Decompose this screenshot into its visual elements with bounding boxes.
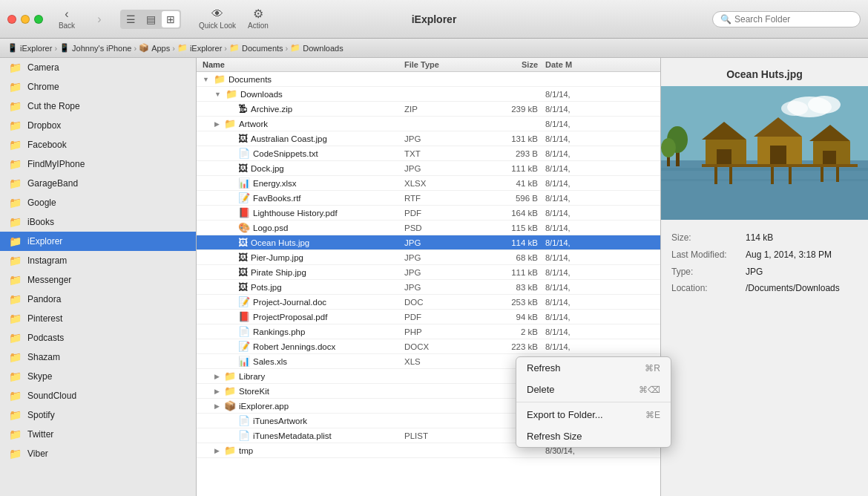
table-row[interactable]: 📕ProjectProposal.pdfPDF94 kB8/1/14,: [197, 310, 660, 324]
table-row[interactable]: 🖼Pier-Jump.jpgJPG68 kB8/1/14,: [197, 250, 660, 265]
file-size-cell: 2 kB: [479, 327, 545, 336]
preview-image: [661, 86, 868, 220]
sidebar-item-skype[interactable]: 📁Skype: [0, 367, 196, 386]
file-date-cell: 8/1/14,: [545, 238, 660, 247]
table-row[interactable]: 🖼Pots.jpgJPG83 kB8/1/14,: [197, 280, 660, 295]
column-view-button[interactable]: ▤: [142, 11, 160, 27]
sidebar-item-shazam[interactable]: 📁Shazam: [0, 347, 196, 367]
nav-buttons: ‹ Back ›: [52, 5, 114, 33]
file-date-cell: 8/1/14,: [545, 90, 660, 99]
table-row[interactable]: 📝FavBooks.rtfRTF596 B8/1/14,: [197, 191, 660, 206]
sidebar-item-facebook[interactable]: 📁Facebook: [0, 135, 196, 154]
table-row[interactable]: 📕Lighthouse History.pdfPDF164 kB8/1/14,: [197, 206, 660, 221]
table-row[interactable]: 📊Energy.xlsxXLSX41 kB8/1/14,: [197, 176, 660, 191]
breadcrumb-documents[interactable]: 📁Documents: [229, 43, 283, 53]
close-button[interactable]: [7, 15, 16, 24]
sidebar-item-viber[interactable]: 📁Viber: [0, 444, 196, 463]
file-date-cell: 8/1/14,: [545, 164, 660, 173]
action-button[interactable]: ⚙ Action: [242, 5, 274, 33]
file-size-cell: 41 kB: [479, 179, 545, 188]
folder-icon: 📁: [9, 158, 22, 170]
sidebar-item-soundcloud[interactable]: 📁SoundCloud: [0, 386, 196, 405]
table-row[interactable]: 📄CodeSnippets.txtTXT293 B8/1/14,: [197, 146, 660, 161]
quicklook-button[interactable]: 👁 Quick Look: [193, 5, 242, 33]
forward-button[interactable]: ›: [85, 10, 114, 28]
expand-arrow[interactable]: ▶: [214, 388, 220, 395]
sidebar-item-dropbox[interactable]: 📁Dropbox: [0, 116, 196, 135]
sidebar-item-cut-the-rope[interactable]: 📁Cut the Rope: [0, 97, 196, 116]
table-row[interactable]: 📝Robert Jennings.docxDOCX223 kB8/1/14,: [197, 339, 660, 354]
sidebar-item-chrome[interactable]: 📁Chrome: [0, 77, 196, 97]
sidebar-item-garageband[interactable]: 📁GarageBand: [0, 174, 196, 193]
table-row[interactable]: ▼📁Downloads8/1/14,: [197, 87, 660, 102]
table-row[interactable]: 🖼Australian Coast.jpgJPG131 kB8/1/14,: [197, 131, 660, 146]
breadcrumb-apps[interactable]: 📦Apps: [139, 43, 170, 53]
table-row[interactable]: 🖼Pirate Ship.jpgJPG111 kB8/1/14,: [197, 265, 660, 280]
sidebar-label: Pandora: [27, 294, 61, 304]
expand-arrow[interactable]: ▼: [203, 76, 209, 83]
context-menu-item-delete[interactable]: Delete⌘⌫: [516, 379, 671, 400]
back-button[interactable]: ‹ Back: [52, 5, 82, 33]
file-type-icon: 📁: [224, 371, 236, 382]
breadcrumb-iexplorer2[interactable]: 📁iExplorer: [177, 43, 222, 53]
file-name: Archive.zip: [251, 105, 292, 114]
context-menu-item-export-to-folder[interactable]: Export to Folder...⌘E: [516, 404, 671, 425]
context-menu-item-refresh[interactable]: Refresh⌘R: [516, 357, 671, 379]
table-row[interactable]: 📄Rankings.phpPHP2 kB8/1/14,: [197, 324, 660, 339]
sidebar-item-findmyiphone[interactable]: 📁FindMyIPhone: [0, 154, 196, 174]
sidebar-item-ibooks[interactable]: 📁iBooks: [0, 212, 196, 232]
breadcrumb-iphone[interactable]: 📱Johnny's iPhone: [59, 43, 131, 53]
sidebar-item-iexplorer[interactable]: 📁iExplorer: [0, 232, 196, 251]
sidebar-item-podcasts[interactable]: 📁Podcasts: [0, 328, 196, 347]
column-headers: Name File Type Size Date M: [197, 58, 660, 72]
file-name: Logo.psd: [253, 223, 288, 232]
search-input[interactable]: [734, 14, 852, 25]
expand-arrow[interactable]: ▶: [214, 447, 220, 454]
folder-icon: 📁: [9, 390, 22, 402]
breadcrumb-iexplorer[interactable]: 📱iExplorer: [7, 43, 52, 53]
file-type-icon: 🖼: [238, 237, 248, 248]
context-menu-item-refresh-size[interactable]: Refresh Size: [516, 425, 671, 447]
expand-arrow[interactable]: ▶: [214, 373, 220, 380]
table-row[interactable]: 🖼Dock.jpgJPG111 kB8/1/14,: [197, 161, 660, 176]
traffic-lights: [7, 15, 43, 24]
sidebar-item-messenger[interactable]: 📁Messenger: [0, 270, 196, 290]
sidebar-item-instagram[interactable]: 📁Instagram: [0, 251, 196, 270]
file-type-cell: JPG: [404, 283, 479, 292]
file-type-icon: 📄: [238, 415, 250, 426]
table-row[interactable]: 📝Project-Journal.docDOC253 kB8/1/14,: [197, 295, 660, 310]
sidebar-item-pandora[interactable]: 📁Pandora: [0, 290, 196, 309]
sidebar-item-camera[interactable]: 📁Camera: [0, 58, 196, 77]
table-row[interactable]: 🎨Logo.psdPSD115 kB8/1/14,: [197, 221, 660, 235]
sidebar-item-spotify[interactable]: 📁Spotify: [0, 405, 196, 425]
table-row[interactable]: ▶📁Artwork8/1/14,: [197, 117, 660, 131]
type-value: JPG: [746, 266, 763, 278]
search-box[interactable]: 🔍: [712, 11, 861, 27]
file-size-cell: 68 kB: [479, 253, 545, 262]
file-type-cell: JPG: [404, 164, 479, 173]
expand-arrow[interactable]: ▶: [214, 402, 220, 410]
file-type-icon: 📕: [238, 207, 250, 218]
maximize-button[interactable]: [34, 15, 43, 24]
table-row[interactable]: 🖼Ocean Huts.jpgJPG114 kB8/1/14,: [197, 235, 660, 250]
sidebar-item-google[interactable]: 📁Google: [0, 193, 196, 212]
file-name: iTunesMetadata.plist: [253, 431, 332, 440]
icon-view-button[interactable]: ⊞: [162, 11, 180, 27]
svg-rect-6: [717, 149, 731, 166]
location-label: Location:: [671, 282, 746, 295]
breadcrumb-downloads[interactable]: 📁Downloads: [290, 43, 343, 53]
location-value: /Documents/Downloads: [746, 282, 840, 295]
minimize-button[interactable]: [21, 15, 30, 24]
file-type-cell: JPG: [404, 268, 479, 277]
file-type-cell: PSD: [404, 223, 479, 232]
svg-point-25: [808, 96, 841, 114]
sidebar-item-pinterest[interactable]: 📁Pinterest: [0, 309, 196, 328]
expand-arrow[interactable]: ▼: [214, 91, 221, 98]
table-row[interactable]: 🗜Archive.zipZIP239 kB8/1/14,: [197, 102, 660, 117]
ctx-shortcut: ⌘R: [645, 363, 660, 373]
list-view-button[interactable]: ☰: [122, 11, 140, 27]
expand-arrow[interactable]: ▶: [214, 120, 220, 128]
sidebar-item-twitter[interactable]: 📁Twitter: [0, 425, 196, 444]
action-label: Action: [248, 22, 269, 30]
table-row[interactable]: ▼📁Documents: [197, 72, 660, 87]
